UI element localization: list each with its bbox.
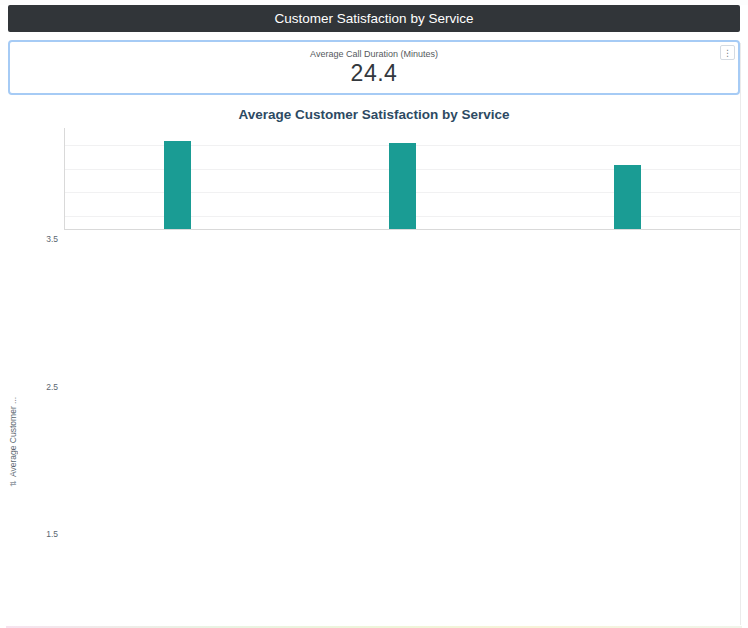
bars (65, 128, 740, 229)
canvas-right-border (740, 43, 741, 625)
kpi-widget-avg-call-duration[interactable]: ⋮ Average Call Duration (Minutes) 24.4 (8, 40, 740, 95)
bar[interactable] (164, 141, 191, 229)
dashboard-title-bar: Customer Satisfaction by Service (8, 5, 740, 32)
axis-sort-icon[interactable]: ⇅ (9, 480, 18, 487)
kebab-icon: ⋮ (723, 48, 732, 58)
bar-cell (515, 128, 740, 229)
chart-satisfaction-by-service[interactable]: Average Customer Satisfaction by Service… (8, 107, 740, 628)
y-axis-label: ⇅ Average Customer ... (8, 128, 18, 628)
bar-cell (290, 128, 515, 229)
kpi-value: 24.4 (10, 60, 738, 87)
chart-plot-area: ⇅ Average Customer ... 0.51.52.53.5 Inte… (8, 128, 740, 628)
bar-cell (65, 128, 290, 229)
plot (64, 128, 740, 230)
y-axis-ticks: 0.51.52.53.5 (24, 128, 64, 628)
y-axis-label-container: ⇅ Average Customer ... (8, 128, 24, 628)
bar[interactable] (614, 165, 641, 229)
bar[interactable] (389, 143, 416, 229)
y-tick-label: 2.5 (46, 382, 58, 392)
y-tick-label: 1.5 (46, 529, 58, 539)
y-axis-label-text: Average Customer ... (8, 397, 18, 477)
y-tick-label: 3.5 (46, 234, 58, 244)
dashboard-page: Customer Satisfaction by Service ⋮ Avera… (0, 5, 748, 628)
kpi-label: Average Call Duration (Minutes) (10, 49, 738, 59)
chart-title: Average Customer Satisfaction by Service (8, 107, 740, 122)
kebab-menu-button[interactable]: ⋮ (720, 45, 735, 60)
